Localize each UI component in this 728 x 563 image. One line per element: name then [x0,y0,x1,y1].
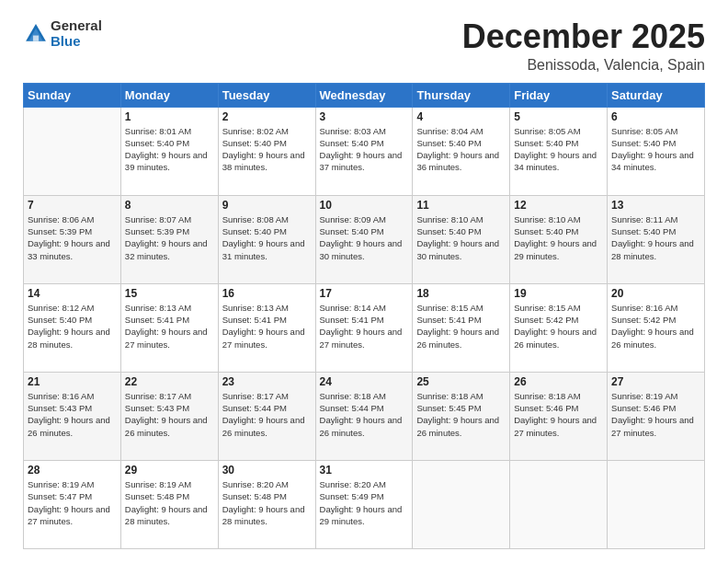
day-info: Sunrise: 8:02 AMSunset: 5:40 PMDaylight:… [222,125,312,174]
day-number: 6 [611,110,700,123]
day-number: 20 [611,287,700,300]
calendar-cell: 28Sunrise: 8:19 AMSunset: 5:47 PMDayligh… [24,460,121,548]
calendar-cell: 15Sunrise: 8:13 AMSunset: 5:41 PMDayligh… [120,283,218,372]
calendar-cell: 9Sunrise: 8:08 AMSunset: 5:40 PMDaylight… [218,195,315,283]
calendar-cell: 23Sunrise: 8:17 AMSunset: 5:44 PMDayligh… [218,372,315,460]
day-header-friday: Friday [510,83,608,107]
calendar-cell: 5Sunrise: 8:05 AMSunset: 5:40 PMDaylight… [510,107,608,195]
day-number: 27 [611,375,700,388]
calendar-cell: 6Sunrise: 8:05 AMSunset: 5:40 PMDaylight… [608,107,705,195]
day-header-tuesday: Tuesday [218,83,315,107]
main-title: December 2025 [462,18,705,55]
page: General Blue December 2025 Benissoda, Va… [0,0,728,563]
day-info: Sunrise: 8:20 AMSunset: 5:49 PMDaylight:… [320,478,409,527]
svg-rect-2 [33,35,39,40]
calendar-cell: 27Sunrise: 8:19 AMSunset: 5:46 PMDayligh… [608,372,705,460]
calendar-cell [24,107,121,195]
title-block: December 2025 Benissoda, Valencia, Spain [462,18,705,74]
day-number: 13 [611,199,700,212]
calendar-cell: 24Sunrise: 8:18 AMSunset: 5:44 PMDayligh… [315,372,413,460]
day-info: Sunrise: 8:05 AMSunset: 5:40 PMDaylight:… [611,125,700,174]
day-info: Sunrise: 8:11 AMSunset: 5:40 PMDaylight:… [611,213,700,262]
day-number: 4 [416,110,506,123]
calendar-cell: 7Sunrise: 8:06 AMSunset: 5:39 PMDaylight… [24,195,121,283]
day-info: Sunrise: 8:19 AMSunset: 5:47 PMDaylight:… [28,478,117,527]
day-header-monday: Monday [120,83,218,107]
day-number: 30 [222,464,312,477]
day-number: 23 [222,375,312,388]
day-number: 1 [125,110,214,123]
day-header-sunday: Sunday [24,83,121,107]
calendar-cell: 21Sunrise: 8:16 AMSunset: 5:43 PMDayligh… [24,372,121,460]
day-info: Sunrise: 8:13 AMSunset: 5:41 PMDaylight:… [222,302,312,350]
day-info: Sunrise: 8:18 AMSunset: 5:45 PMDaylight:… [416,390,506,439]
day-number: 14 [28,287,117,300]
calendar-cell: 25Sunrise: 8:18 AMSunset: 5:45 PMDayligh… [413,372,510,460]
day-number: 16 [222,287,312,300]
calendar-cell: 2Sunrise: 8:02 AMSunset: 5:40 PMDaylight… [218,107,315,195]
day-header-saturday: Saturday [608,83,705,107]
calendar-cell: 29Sunrise: 8:19 AMSunset: 5:48 PMDayligh… [120,460,218,548]
day-info: Sunrise: 8:15 AMSunset: 5:42 PMDaylight:… [514,302,603,350]
day-info: Sunrise: 8:17 AMSunset: 5:44 PMDaylight:… [222,390,312,439]
day-info: Sunrise: 8:10 AMSunset: 5:40 PMDaylight:… [514,213,603,262]
logo-blue: Blue [51,34,102,50]
day-info: Sunrise: 8:16 AMSunset: 5:42 PMDaylight:… [611,302,700,350]
calendar-table: SundayMondayTuesdayWednesdayThursdayFrid… [23,83,705,549]
calendar-cell: 31Sunrise: 8:20 AMSunset: 5:49 PMDayligh… [315,460,413,548]
day-number: 22 [125,375,214,388]
calendar-cell: 14Sunrise: 8:12 AMSunset: 5:40 PMDayligh… [24,283,121,372]
day-header-thursday: Thursday [413,83,510,107]
calendar-cell: 26Sunrise: 8:18 AMSunset: 5:46 PMDayligh… [510,372,608,460]
calendar-cell: 12Sunrise: 8:10 AMSunset: 5:40 PMDayligh… [510,195,608,283]
day-info: Sunrise: 8:07 AMSunset: 5:39 PMDaylight:… [125,213,214,262]
calendar-cell: 30Sunrise: 8:20 AMSunset: 5:48 PMDayligh… [218,460,315,548]
day-number: 3 [320,110,409,123]
day-info: Sunrise: 8:03 AMSunset: 5:40 PMDaylight:… [320,125,409,174]
day-info: Sunrise: 8:14 AMSunset: 5:41 PMDaylight:… [320,302,409,350]
calendar-cell: 10Sunrise: 8:09 AMSunset: 5:40 PMDayligh… [315,195,413,283]
day-number: 21 [28,375,117,388]
day-info: Sunrise: 8:08 AMSunset: 5:40 PMDaylight:… [222,213,312,262]
calendar-cell [413,460,510,548]
day-number: 19 [514,287,603,300]
day-number: 26 [514,375,603,388]
day-info: Sunrise: 8:18 AMSunset: 5:46 PMDaylight:… [514,390,603,439]
day-info: Sunrise: 8:06 AMSunset: 5:39 PMDaylight:… [28,213,117,262]
logo: General Blue [23,18,102,49]
day-number: 8 [125,199,214,212]
calendar-cell: 13Sunrise: 8:11 AMSunset: 5:40 PMDayligh… [608,195,705,283]
day-info: Sunrise: 8:15 AMSunset: 5:41 PMDaylight:… [416,302,506,350]
day-number: 29 [125,464,214,477]
day-number: 15 [125,287,214,300]
day-number: 11 [416,199,506,212]
day-info: Sunrise: 8:16 AMSunset: 5:43 PMDaylight:… [28,390,117,439]
day-info: Sunrise: 8:17 AMSunset: 5:43 PMDaylight:… [125,390,214,439]
day-header-wednesday: Wednesday [315,83,413,107]
logo-general: General [51,18,102,34]
header: General Blue December 2025 Benissoda, Va… [23,18,705,74]
day-number: 24 [320,375,409,388]
day-info: Sunrise: 8:19 AMSunset: 5:46 PMDaylight:… [611,390,700,439]
day-info: Sunrise: 8:10 AMSunset: 5:40 PMDaylight:… [416,213,506,262]
calendar-cell: 16Sunrise: 8:13 AMSunset: 5:41 PMDayligh… [218,283,315,372]
subtitle: Benissoda, Valencia, Spain [462,57,705,74]
calendar-cell: 19Sunrise: 8:15 AMSunset: 5:42 PMDayligh… [510,283,608,372]
day-info: Sunrise: 8:18 AMSunset: 5:44 PMDaylight:… [320,390,409,439]
calendar-cell: 3Sunrise: 8:03 AMSunset: 5:40 PMDaylight… [315,107,413,195]
calendar-cell: 20Sunrise: 8:16 AMSunset: 5:42 PMDayligh… [608,283,705,372]
day-number: 31 [320,464,409,477]
day-info: Sunrise: 8:20 AMSunset: 5:48 PMDaylight:… [222,478,312,527]
calendar-cell: 1Sunrise: 8:01 AMSunset: 5:40 PMDaylight… [120,107,218,195]
day-info: Sunrise: 8:13 AMSunset: 5:41 PMDaylight:… [125,302,214,350]
calendar-cell: 18Sunrise: 8:15 AMSunset: 5:41 PMDayligh… [413,283,510,372]
calendar-cell: 11Sunrise: 8:10 AMSunset: 5:40 PMDayligh… [413,195,510,283]
calendar-cell [510,460,608,548]
day-number: 9 [222,199,312,212]
day-info: Sunrise: 8:05 AMSunset: 5:40 PMDaylight:… [514,125,603,174]
day-info: Sunrise: 8:09 AMSunset: 5:40 PMDaylight:… [320,213,409,262]
day-info: Sunrise: 8:04 AMSunset: 5:40 PMDaylight:… [416,125,506,174]
day-number: 12 [514,199,603,212]
day-number: 5 [514,110,603,123]
day-number: 17 [320,287,409,300]
